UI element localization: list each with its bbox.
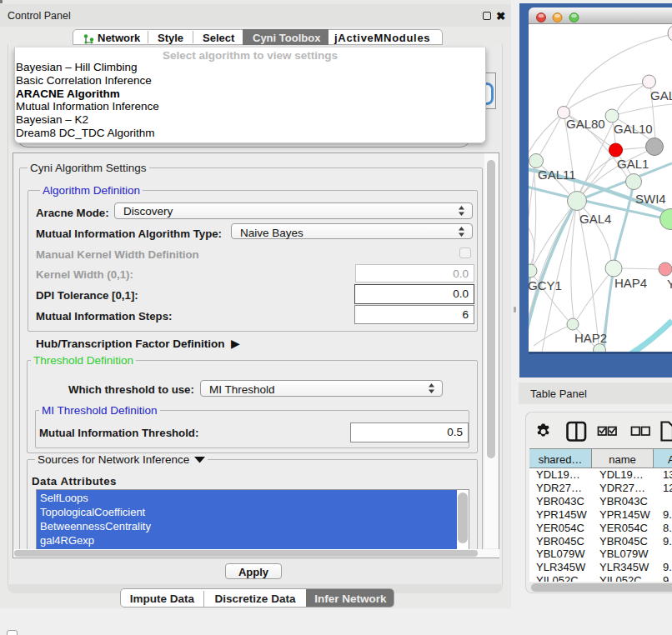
svg-text:SWI4: SWI4 xyxy=(635,192,666,206)
svg-text:HAP4: HAP4 xyxy=(614,276,647,290)
svg-text:GAL10: GAL10 xyxy=(614,122,653,136)
svg-text:GAL7: GAL7 xyxy=(650,88,672,102)
svg-text:GCY1: GCY1 xyxy=(529,278,562,292)
svg-text:GAL4: GAL4 xyxy=(579,212,611,226)
svg-text:HAP2: HAP2 xyxy=(574,331,607,345)
svg-text:YJ: YJ xyxy=(667,277,672,291)
svg-text:GAL80: GAL80 xyxy=(566,117,605,131)
svg-text:GAL1: GAL1 xyxy=(617,157,649,171)
svg-text:GAL11: GAL11 xyxy=(538,168,576,182)
